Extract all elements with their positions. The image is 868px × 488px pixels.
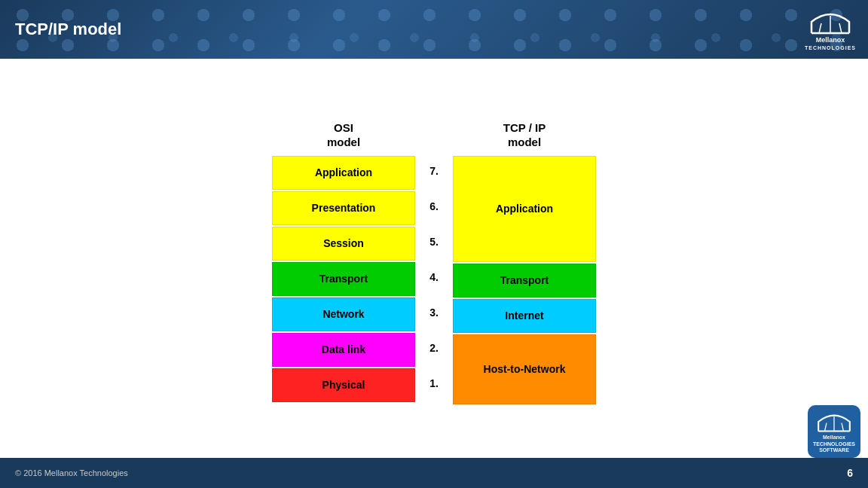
svg-line-3 <box>839 23 842 33</box>
footer-copyright: © 2016 Mellanox Technologies <box>15 468 128 477</box>
footer-mellanox-logo: MellanoxTECHNOLOGIESSOFTWARE <box>808 405 860 458</box>
osi-header: OSImodel <box>327 120 360 150</box>
layer-numbers: 7. 6. 5. 4. 3. 2. 1. <box>419 154 449 402</box>
number-4: 4. <box>429 261 439 294</box>
tcpip-layer-transport: Transport <box>453 264 596 297</box>
tcpip-model-column: TCP / IPmodel Application Transport Inte… <box>449 120 600 404</box>
osi-layers: Application Presentation Session Transpo… <box>272 156 415 402</box>
osi-layer-transport: Transport <box>272 262 415 296</box>
number-1: 1. <box>429 367 439 401</box>
footer-logo-text: MellanoxTECHNOLOGIESSOFTWARE <box>813 435 855 453</box>
osi-model-column: OSImodel Application Presentation Sessio… <box>268 120 419 402</box>
osi-layer-application: Application <box>272 156 415 190</box>
header-logo-text: Mellanox TECHNOLOGIES <box>805 37 856 52</box>
number-6: 6. <box>429 190 439 224</box>
page-title: TCP/IP model <box>15 20 121 39</box>
footer: © 2016 Mellanox Technologies 6 <box>0 458 868 488</box>
osi-layer-datalink: Data link <box>272 333 415 367</box>
svg-line-7 <box>842 423 844 432</box>
number-3: 3. <box>429 296 439 330</box>
tcpip-layer-application: Application <box>453 156 596 262</box>
osi-layer-presentation: Presentation <box>272 191 415 225</box>
tcpip-header: TCP / IPmodel <box>503 120 546 150</box>
main-content: OSImodel Application Presentation Sessio… <box>0 59 868 458</box>
footer-logo-icon <box>815 409 853 435</box>
mellanox-logo-icon <box>808 7 853 37</box>
tcpip-layers: Application Transport Internet Host-to-N… <box>453 156 596 404</box>
diagram: OSImodel Application Presentation Sessio… <box>268 120 600 404</box>
number-5: 5. <box>429 225 439 259</box>
number-2: 2. <box>429 331 439 365</box>
osi-layer-physical: Physical <box>272 368 415 402</box>
tcpip-layer-internet: Internet <box>453 299 596 333</box>
footer-page-number: 6 <box>847 467 853 479</box>
tcpip-layer-host-to-network: Host-to-Network <box>453 334 596 404</box>
svg-line-1 <box>819 23 821 33</box>
osi-layer-session: Session <box>272 227 415 261</box>
header: TCP/IP model Mellanox TECHNOLOGIES <box>0 0 868 59</box>
svg-line-5 <box>825 423 827 432</box>
osi-layer-network: Network <box>272 297 415 331</box>
header-logo: Mellanox TECHNOLOGIES <box>800 4 860 55</box>
number-7: 7. <box>429 154 439 188</box>
